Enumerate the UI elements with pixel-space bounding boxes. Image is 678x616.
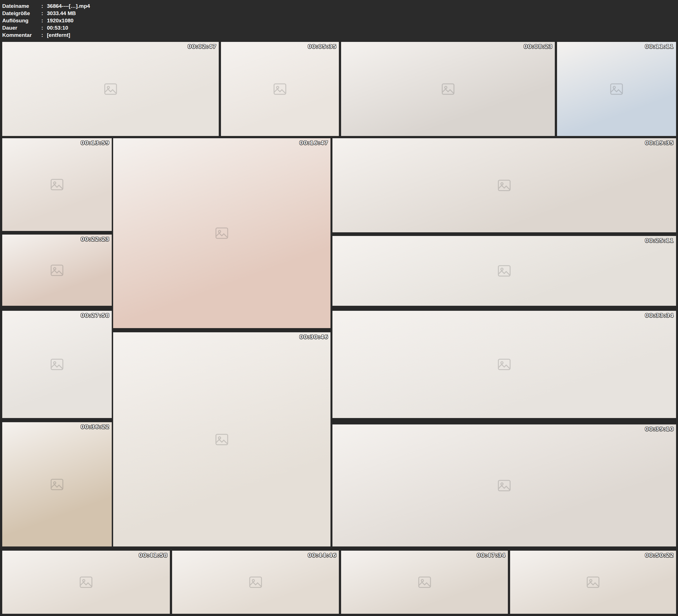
timestamp-overlay: 00:25:11 — [645, 237, 674, 244]
image-placeholder-icon — [2, 311, 112, 418]
timestamp-overlay: 00:47:34 — [477, 552, 506, 559]
timestamp-overlay: 00:44:46 — [308, 552, 337, 559]
video-thumbnail: 00:19:35 — [332, 138, 676, 232]
image-placeholder-icon — [341, 551, 508, 614]
video-thumbnail: 00:41:58 — [2, 551, 170, 614]
video-thumbnail: 00:05:35 — [221, 42, 339, 136]
video-thumbnail: 00:27:58 — [2, 311, 112, 418]
image-placeholder-icon — [341, 42, 555, 136]
video-thumbnail: 00:44:46 — [172, 551, 339, 614]
video-thumbnail: 00:39:10 — [332, 424, 676, 546]
timestamp-overlay: 00:11:11 — [645, 43, 674, 50]
image-placeholder-icon — [2, 138, 112, 231]
image-placeholder-icon — [172, 551, 339, 614]
video-thumbnail: 00:33:34 — [332, 311, 676, 418]
timestamp-overlay: 00:05:35 — [308, 43, 337, 50]
video-thumbnail: 00:13:59 — [2, 138, 112, 231]
timestamp-overlay: 00:30:46 — [299, 334, 329, 340]
video-thumbnail: 00:36:22 — [2, 422, 112, 546]
timestamp-overlay: 00:16:47 — [299, 139, 329, 146]
timestamp-overlay: 00:27:58 — [81, 312, 110, 319]
thumbnail-grid: 00:02:4700:05:3500:08:2300:11:1100:13:59… — [0, 0, 678, 616]
timestamp-overlay: 00:50:22 — [645, 552, 674, 559]
image-placeholder-icon — [113, 138, 331, 328]
video-thumbnail: 00:47:34 — [341, 551, 508, 614]
timestamp-overlay: 00:36:22 — [81, 423, 110, 430]
image-placeholder-icon — [332, 138, 676, 232]
timestamp-overlay: 00:22:23 — [81, 236, 110, 242]
image-placeholder-icon — [332, 311, 676, 418]
timestamp-overlay: 00:08:23 — [524, 43, 553, 50]
image-placeholder-icon — [2, 422, 112, 546]
video-thumbnail: 00:25:11 — [332, 236, 676, 306]
image-placeholder-icon — [332, 236, 676, 306]
video-thumbnail: 00:50:22 — [510, 551, 676, 614]
image-placeholder-icon — [332, 424, 676, 546]
image-placeholder-icon — [557, 42, 676, 136]
timestamp-overlay: 00:19:35 — [645, 139, 674, 146]
timestamp-overlay: 00:02:47 — [188, 43, 217, 50]
video-thumbnail: 00:08:23 — [341, 42, 555, 136]
video-thumbnail: 00:30:46 — [113, 332, 331, 546]
image-placeholder-icon — [2, 235, 112, 306]
image-placeholder-icon — [2, 42, 219, 136]
timestamp-overlay: 00:39:10 — [645, 426, 674, 432]
image-placeholder-icon — [2, 551, 170, 614]
timestamp-overlay: 00:13:59 — [81, 139, 110, 146]
image-placeholder-icon — [221, 42, 339, 136]
timestamp-overlay: 00:41:58 — [139, 552, 168, 559]
video-thumbnail: 00:22:23 — [2, 235, 112, 306]
video-thumbnail: 00:16:47 — [113, 138, 331, 328]
image-placeholder-icon — [510, 551, 676, 614]
video-thumbnail: 00:02:47 — [2, 42, 219, 136]
video-thumbnail: 00:11:11 — [557, 42, 676, 136]
timestamp-overlay: 00:33:34 — [645, 312, 674, 319]
image-placeholder-icon — [113, 332, 331, 546]
